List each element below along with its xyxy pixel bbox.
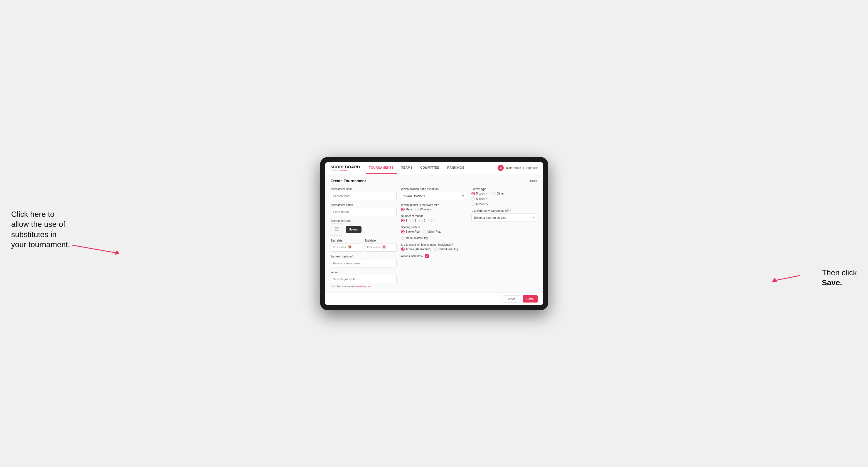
- end-date-input[interactable]: Pick a date 📅: [365, 243, 397, 252]
- page-content: Create Tournament ‹Back Tournament Host …: [325, 174, 543, 292]
- upload-button[interactable]: Upload: [346, 226, 362, 233]
- svg-line-0: [72, 245, 117, 253]
- rounds-2[interactable]: 2: [410, 219, 416, 222]
- nav-teams[interactable]: TEAMS: [398, 162, 416, 174]
- nav-items: TOURNAMENTS TEAMS COMMITTEE RANKINGS: [366, 162, 498, 174]
- arrow-left-svg: [69, 240, 125, 256]
- annotation-left: Click here to allow the use of substitut…: [11, 209, 72, 250]
- tablet-screen: SCOREBOARD Powered by clippd TOURNAMENTS…: [325, 162, 543, 305]
- format-6count5[interactable]: 6 count 5: [471, 202, 488, 206]
- scoring-api-field: Use third-party live scoring API? Select…: [471, 209, 537, 222]
- rounds-3[interactable]: 3: [419, 219, 426, 222]
- division-label: Which division is the event for?: [401, 188, 467, 191]
- sponsor-label: Sponsor (optional): [331, 255, 397, 258]
- tournament-host-field: Tournament Host: [331, 188, 397, 200]
- format-row-2: 6 count 4: [471, 197, 537, 201]
- stroke-play-radio[interactable]: [401, 230, 405, 234]
- page-title: Create Tournament: [331, 179, 366, 183]
- sponsor-input[interactable]: [331, 259, 397, 268]
- venue-email-link[interactable]: email support: [356, 285, 371, 288]
- format-options: 5 count 4 Other: [471, 192, 537, 206]
- cancel-button[interactable]: Cancel: [503, 295, 520, 303]
- rounds-1[interactable]: 1: [401, 219, 407, 222]
- logo-powered: Powered by clippd: [331, 169, 360, 171]
- gender-womens-radio[interactable]: [415, 208, 419, 211]
- rounds-1-radio[interactable]: [401, 219, 405, 222]
- page-wrapper: Click here to allow the use of substitut…: [11, 157, 857, 310]
- format-type-label: Format type: [471, 188, 537, 191]
- format-6count4-radio[interactable]: [471, 197, 475, 201]
- separator: |: [523, 166, 524, 169]
- start-date-input[interactable]: Pick a date 📅: [331, 243, 363, 252]
- calendar-icon-start: 📅: [348, 246, 352, 249]
- calendar-icon-end: 📅: [382, 246, 386, 249]
- format-6count5-radio[interactable]: [471, 202, 475, 206]
- venue-label: Venue: [331, 271, 397, 274]
- nav-committee[interactable]: COMMITTEE: [417, 162, 443, 174]
- nav-right: B blair admin | Sign out: [498, 165, 537, 171]
- form-column-1: Tournament Host Tournament name Tourname…: [331, 188, 397, 288]
- substitutes-checkbox-item: Allow substitutes? ✓: [401, 254, 467, 258]
- teams-label: Is this event for Teams and/or Individua…: [401, 243, 467, 246]
- format-type-field: Format type 5 count 4 Other: [471, 188, 537, 206]
- logo-scoreboard: SCOREBOARD: [331, 165, 360, 169]
- form-layout: Tournament Host Tournament name Tourname…: [331, 188, 538, 288]
- page-footer: Cancel Save: [325, 292, 543, 305]
- gender-label: Which gender is the event for?: [401, 204, 467, 207]
- sign-out-link[interactable]: Sign out: [526, 166, 537, 169]
- match-play[interactable]: Match Play: [423, 230, 441, 234]
- tournament-name-label: Tournament name: [331, 204, 397, 207]
- rounds-2-radio[interactable]: [410, 219, 413, 222]
- tournament-name-field: Tournament name: [331, 204, 397, 216]
- rounds-field: Number of rounds 1 2: [401, 215, 467, 222]
- format-5count4-radio[interactable]: [471, 192, 475, 195]
- rounds-4-radio[interactable]: [428, 219, 432, 222]
- tournament-logo-label: Tournament logo: [331, 219, 397, 222]
- division-select[interactable]: NCAA Division I: [401, 192, 467, 200]
- teams-plus-individuals[interactable]: Teams (+Individuals): [401, 247, 431, 251]
- substitutes-checkbox[interactable]: ✓: [425, 254, 429, 258]
- match-play-radio[interactable]: [423, 230, 426, 234]
- start-date-placeholder: Pick a date: [333, 246, 347, 249]
- save-button[interactable]: Save: [523, 295, 538, 303]
- stroke-play[interactable]: Stroke Play: [401, 230, 420, 234]
- back-link[interactable]: ‹Back: [528, 179, 537, 183]
- tournament-name-input[interactable]: [331, 208, 397, 216]
- format-5count4[interactable]: 5 count 4: [471, 192, 488, 195]
- gender-womens[interactable]: Womens: [415, 208, 431, 211]
- format-6count4[interactable]: 6 count 4: [471, 197, 488, 201]
- teams-radio[interactable]: [401, 247, 405, 251]
- annotation-right: Then click Save.: [822, 268, 857, 288]
- svg-line-2: [775, 276, 800, 281]
- logo-area: SCOREBOARD Powered by clippd: [331, 165, 360, 171]
- rounds-4[interactable]: 4: [428, 219, 435, 222]
- svg-marker-3: [772, 278, 777, 282]
- start-date-label: Start date: [331, 239, 363, 242]
- medal-match-play[interactable]: Medal Match Play: [401, 236, 428, 240]
- format-other-radio[interactable]: [492, 192, 496, 195]
- gender-mens[interactable]: Mens: [401, 208, 412, 211]
- tablet-device: SCOREBOARD Powered by clippd TOURNAMENTS…: [320, 157, 548, 310]
- format-other[interactable]: Other: [492, 192, 504, 195]
- page-header: Create Tournament ‹Back: [331, 179, 538, 183]
- end-date-field: End date Pick a date 📅: [365, 239, 397, 252]
- venue-input[interactable]: [331, 275, 397, 283]
- date-row: Start date Pick a date 📅 End date Pick a…: [331, 239, 397, 252]
- scoring-api-select[interactable]: Select a scoring service: [471, 214, 537, 222]
- rounds-label: Number of rounds: [401, 215, 467, 218]
- tournament-host-input[interactable]: [331, 192, 397, 200]
- gender-mens-radio[interactable]: [401, 208, 405, 211]
- individuals-radio[interactable]: [434, 247, 438, 251]
- venue-field: Venue Can't find your venue? email suppo…: [331, 271, 397, 288]
- nav-rankings[interactable]: RANKINGS: [444, 162, 468, 174]
- format-row-1: 5 count 4 Other: [471, 192, 537, 195]
- rounds-radio-group: 1 2 3: [401, 219, 467, 222]
- medal-match-play-radio[interactable]: [401, 236, 405, 240]
- nav-tournaments[interactable]: TOURNAMENTS: [366, 162, 397, 174]
- navbar: SCOREBOARD Powered by clippd TOURNAMENTS…: [325, 162, 543, 174]
- sponsor-field: Sponsor (optional): [331, 255, 397, 268]
- image-icon: 🖼: [334, 226, 339, 232]
- individuals-only[interactable]: Individuals Only: [434, 247, 459, 251]
- rounds-3-radio[interactable]: [419, 219, 423, 222]
- format-row-3: 6 count 5: [471, 202, 537, 206]
